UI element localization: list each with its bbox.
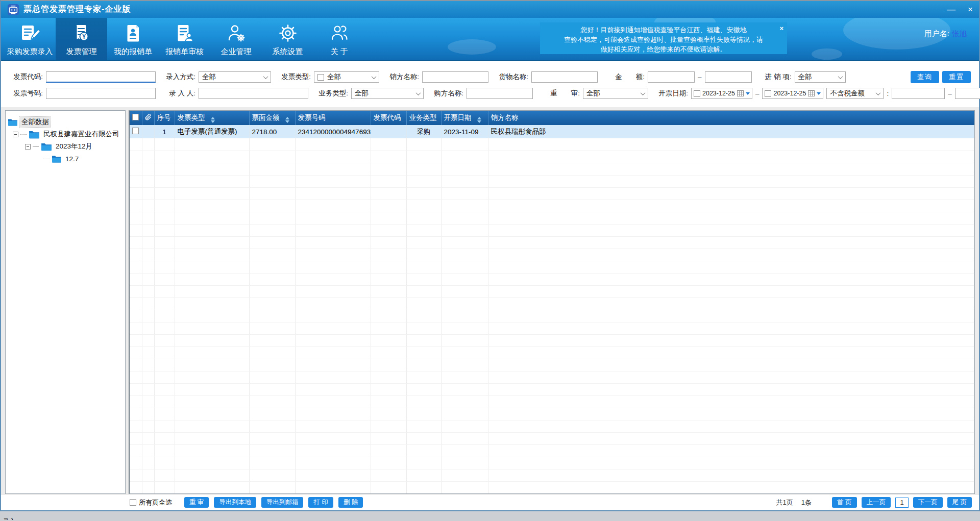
tab-reimbursement-audit[interactable]: 报销单审核 bbox=[159, 18, 210, 60]
last-page-button[interactable]: 尾 页 bbox=[947, 497, 972, 508]
main-area: 全部数据 民权县建嘉置业有限公司 2023年12月 bbox=[1, 107, 979, 494]
tab-my-reimbursement[interactable]: 我的报销单 bbox=[107, 18, 159, 60]
table-empty-row bbox=[130, 371, 974, 383]
goods-name-input[interactable] bbox=[531, 71, 598, 83]
enterprise-management-icon bbox=[225, 22, 248, 44]
invoice-date-from-picker[interactable]: 2023-12-25 bbox=[691, 88, 752, 99]
invoice-date-to-picker[interactable]: 2023-12-25 bbox=[762, 88, 823, 99]
table-empty-row bbox=[130, 200, 974, 212]
select-all-pages-checkbox[interactable] bbox=[130, 499, 136, 506]
business-type-select[interactable]: 全部 bbox=[351, 88, 424, 99]
calendar-icon bbox=[737, 90, 744, 96]
invoice-table: 序号 发票类型 票面金额 发票号码 发票代码 业务类型 bbox=[130, 111, 974, 494]
dropdown-arrow-icon bbox=[746, 92, 750, 95]
current-page-input[interactable] bbox=[895, 498, 909, 508]
table-empty-row bbox=[130, 359, 974, 371]
notice-close-icon[interactable]: × bbox=[779, 23, 783, 33]
buyer-name-input[interactable] bbox=[467, 88, 533, 99]
amount-from-input[interactable] bbox=[648, 71, 695, 83]
my-reimbursement-icon bbox=[122, 22, 144, 44]
tree-node-all-data[interactable]: 全部数据 bbox=[8, 116, 123, 128]
date-to-checkbox[interactable] bbox=[765, 90, 771, 97]
next-page-button[interactable]: 下一页 bbox=[913, 497, 943, 508]
search-button[interactable]: 查询 bbox=[911, 71, 939, 83]
decor-bubble bbox=[448, 39, 496, 55]
username-link[interactable]: 张旭 bbox=[951, 29, 967, 38]
column-header-amount[interactable]: 票面金额 bbox=[249, 111, 295, 125]
tab-system-settings[interactable]: 系统设置 bbox=[262, 18, 313, 60]
cell-invoice-type: 电子发票(普通发票) bbox=[175, 125, 249, 138]
seller-name-input[interactable] bbox=[422, 71, 488, 83]
chevron-down-icon bbox=[372, 74, 377, 79]
tree-node-month[interactable]: 2023年12月 bbox=[25, 140, 123, 153]
date-from-checkbox[interactable] bbox=[694, 90, 700, 97]
main-toolbar: 采购发票录入 ¥ 发票管理 bbox=[1, 18, 979, 61]
desktop-text-fragment: 录入 bbox=[3, 517, 15, 520]
invoice-type-checkbox[interactable] bbox=[317, 74, 324, 81]
tree-node-day[interactable]: 12.7 bbox=[43, 153, 123, 165]
first-page-button[interactable]: 首 页 bbox=[832, 497, 856, 508]
table-empty-row bbox=[130, 151, 974, 163]
reimbursement-audit-icon bbox=[174, 22, 196, 44]
tab-about[interactable]: 关 于 bbox=[313, 18, 365, 60]
tree-collapse-icon[interactable] bbox=[25, 144, 31, 150]
cell-business-type: 采购 bbox=[406, 125, 441, 138]
minimize-button[interactable]: — bbox=[947, 5, 955, 15]
entry-method-select[interactable]: 全部 bbox=[199, 71, 271, 83]
table-empty-row bbox=[130, 236, 974, 249]
tab-label: 企业管理 bbox=[221, 47, 252, 57]
tree-node-company[interactable]: 民权县建嘉置业有限公司 bbox=[13, 128, 123, 140]
recheck-label: 重 审: bbox=[536, 89, 580, 98]
select-all-rows-checkbox[interactable] bbox=[132, 114, 139, 120]
column-header-date[interactable]: 开票日期 bbox=[441, 111, 488, 125]
tab-invoice-management[interactable]: ¥ 发票管理 bbox=[56, 18, 107, 60]
tax-amount-type-select[interactable]: 不含税金额 bbox=[826, 88, 884, 99]
tab-label: 采购发票录入 bbox=[7, 47, 53, 57]
app-window: 票总管发票管理专家-企业版 — × bbox=[0, 0, 980, 511]
tree-node-label: 2023年12月 bbox=[54, 141, 94, 152]
chevron-down-icon bbox=[876, 90, 881, 95]
dropdown-arrow-icon bbox=[817, 92, 821, 95]
invoice-table-panel: 序号 发票类型 票面金额 发票号码 发票代码 业务类型 bbox=[129, 110, 975, 494]
recheck-select[interactable]: 全部 bbox=[583, 88, 648, 99]
entry-person-input[interactable] bbox=[199, 88, 308, 99]
tab-purchase-invoice-entry[interactable]: 采购发票录入 bbox=[4, 18, 56, 60]
reset-button[interactable]: 重置 bbox=[942, 71, 971, 83]
system-settings-icon bbox=[277, 22, 299, 44]
invoice-number-input[interactable] bbox=[46, 88, 156, 99]
column-header-invoice-type[interactable]: 发票类型 bbox=[175, 111, 249, 125]
notice-line: 您好！目前接到通知增值税查验平台江西、福建、安徽地 bbox=[540, 25, 787, 35]
entry-person-label: 录 入 人: bbox=[159, 89, 195, 98]
cell-invoice-code bbox=[371, 125, 406, 138]
delete-button[interactable]: 删 除 bbox=[338, 497, 363, 508]
cell-seq: 1 bbox=[154, 125, 175, 138]
invoice-type-select[interactable]: 全部 bbox=[314, 71, 379, 83]
tax-amount-from-input[interactable] bbox=[892, 88, 945, 99]
column-header-invoice-code: 发票代码 bbox=[371, 111, 406, 125]
tab-enterprise-management[interactable]: 企业管理 bbox=[210, 18, 262, 60]
row-checkbox[interactable] bbox=[132, 128, 139, 134]
invoice-management-icon: ¥ bbox=[70, 22, 93, 44]
export-local-button[interactable]: 导出到本地 bbox=[214, 497, 256, 508]
amount-to-input[interactable] bbox=[705, 71, 752, 83]
table-empty-row bbox=[130, 224, 974, 236]
table-empty-row bbox=[130, 163, 974, 175]
export-email-button[interactable]: 导出到邮箱 bbox=[261, 497, 304, 508]
inout-select[interactable]: 全部 bbox=[795, 71, 846, 83]
invoice-code-input[interactable] bbox=[46, 71, 156, 83]
close-button[interactable]: × bbox=[968, 5, 973, 15]
recheck-button[interactable]: 重 审 bbox=[184, 497, 209, 508]
total-pages: 共1页 bbox=[776, 498, 793, 507]
select-all-pages[interactable]: 所有页全选 bbox=[130, 498, 172, 507]
table-empty-row bbox=[130, 249, 974, 261]
column-header-business-type: 业务类型 bbox=[406, 111, 441, 125]
table-row[interactable]: 1 电子发票(普通发票) 2718.00 2341200000004947693… bbox=[130, 125, 974, 138]
tax-amount-to-input[interactable] bbox=[955, 88, 980, 99]
prev-page-button[interactable]: 上一页 bbox=[862, 497, 891, 508]
buyer-name-label: 购方名称: bbox=[427, 89, 463, 98]
tree-collapse-icon[interactable] bbox=[13, 132, 18, 137]
print-button[interactable]: 打 印 bbox=[308, 497, 333, 508]
folder-icon bbox=[29, 130, 40, 139]
tree-connector bbox=[33, 146, 39, 147]
folder-icon bbox=[8, 118, 18, 126]
